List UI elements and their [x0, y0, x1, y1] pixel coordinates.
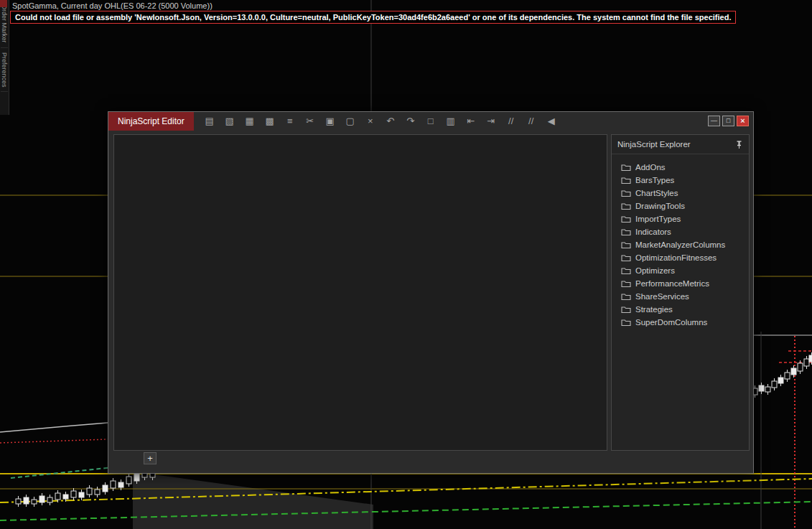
explorer-folder-list: AddOnsBarsTypesChartStylesDrawingToolsIm… — [612, 154, 749, 329]
print-icon[interactable]: ▦ — [243, 114, 257, 128]
corner-marker — [0, 0, 7, 7]
explorer-item-label: ImportTypes — [635, 215, 681, 223]
folder-icon — [621, 215, 631, 223]
compile-icon[interactable]: ▥ — [444, 114, 458, 128]
save-icon[interactable]: ▤ — [202, 114, 217, 128]
folder-icon — [621, 266, 631, 275]
explorer-item-OptimizationFitnesses[interactable]: OptimizationFitnesses — [621, 251, 749, 264]
side-tab-strip: Order MarkerPreferences — [0, 0, 9, 115]
explorer-item-BarsTypes[interactable]: BarsTypes — [621, 174, 749, 187]
cut-icon[interactable]: ✂ — [303, 114, 317, 128]
explorer-item-ShareServices[interactable]: ShareServices — [621, 290, 749, 303]
side-tab-preferences[interactable]: Preferences — [1, 48, 8, 93]
folder-icon — [621, 189, 631, 197]
explorer-item-AddOns[interactable]: AddOns — [621, 161, 749, 174]
explorer-item-Optimizers[interactable]: Optimizers — [621, 264, 749, 277]
explorer-item-label: Optimizers — [635, 266, 675, 275]
window-titlebar[interactable]: NinjaScript Editor ▤▧▦▩≡✂▣▢×↶↷□▥⇤⇥////◀ … — [108, 112, 753, 131]
ninjascript-editor-window: NinjaScript Editor ▤▧▦▩≡✂▣▢×↶↷□▥⇤⇥////◀ … — [108, 111, 754, 474]
explorer-item-label: DrawingTools — [635, 202, 685, 210]
assembly-load-error-banner: Could not load file or assembly 'Newlons… — [10, 11, 736, 24]
explorer-item-DrawingTools[interactable]: DrawingTools — [621, 200, 749, 212]
window-controls: —□× — [708, 116, 749, 126]
explorer-item-label: AddOns — [635, 163, 666, 172]
explorer-item-MarketAnalyzerColumns[interactable]: MarketAnalyzerColumns — [621, 238, 749, 251]
explorer-item-PerformanceMetrics[interactable]: PerformanceMetrics — [621, 277, 749, 290]
folder-icon — [621, 163, 631, 172]
folder-icon — [621, 176, 631, 184]
explorer-item-label: ShareServices — [635, 292, 689, 301]
minimize-button[interactable]: — — [708, 116, 720, 126]
close-button[interactable]: × — [737, 116, 749, 126]
explorer-item-label: ChartStyles — [635, 189, 678, 197]
explorer-title: NinjaScript Explorer — [617, 140, 691, 149]
folder-icon — [621, 305, 631, 314]
explorer-item-label: Indicators — [635, 228, 671, 236]
pin-icon[interactable] — [735, 140, 743, 149]
explorer-item-Indicators[interactable]: Indicators — [621, 225, 749, 238]
folder-icon — [621, 318, 631, 327]
uncomment-icon[interactable]: // — [524, 114, 538, 128]
folder-icon — [621, 292, 631, 301]
explorer-item-Strategies[interactable]: Strategies — [621, 303, 749, 316]
explorer-item-label: OptimizationFitnesses — [635, 253, 717, 262]
explorer-item-label: MarketAnalyzerColumns — [635, 240, 725, 249]
window-title: NinjaScript Editor — [108, 112, 194, 131]
folder-icon — [621, 240, 631, 249]
folder-icon — [621, 279, 631, 288]
paste-icon[interactable]: ▢ — [343, 114, 358, 128]
explorer-item-label: PerformanceMetrics — [635, 279, 709, 288]
copy-icon[interactable]: ▣ — [323, 114, 337, 128]
redo-icon[interactable]: ↷ — [403, 114, 418, 128]
chart-instrument-label: SpotGamma, Current day OHL(ES 06-22 (500… — [12, 1, 213, 10]
explorer-item-ChartStyles[interactable]: ChartStyles — [621, 187, 749, 200]
comment-icon[interactable]: // — [504, 114, 518, 128]
save-as-icon[interactable]: ▧ — [223, 114, 237, 128]
new-tab-button[interactable]: + — [144, 452, 157, 464]
editor-toolbar: ▤▧▦▩≡✂▣▢×↶↷□▥⇤⇥////◀ — [202, 114, 559, 128]
print-preview-icon[interactable]: ▩ — [263, 114, 277, 128]
new-script-icon[interactable]: □ — [424, 114, 438, 128]
folder-icon — [621, 253, 631, 262]
undo-icon[interactable]: ↶ — [383, 114, 398, 128]
folder-icon — [621, 228, 631, 236]
ninjascript-explorer-panel: NinjaScript Explorer AddOnsBarsTypesChar… — [611, 134, 750, 451]
maximize-button[interactable]: □ — [722, 116, 734, 126]
select-all-icon[interactable]: ≡ — [283, 114, 297, 128]
unindent-icon[interactable]: ⇤ — [464, 114, 478, 128]
compile-alert-icon[interactable]: ◀ — [544, 114, 559, 128]
explorer-item-label: Strategies — [635, 305, 673, 314]
explorer-item-label: SuperDomColumns — [635, 318, 707, 327]
explorer-item-label: BarsTypes — [635, 176, 674, 184]
explorer-item-ImportTypes[interactable]: ImportTypes — [621, 212, 749, 225]
code-editor-area[interactable] — [113, 134, 607, 451]
delete-icon[interactable]: × — [363, 114, 378, 128]
folder-icon — [621, 202, 631, 210]
explorer-item-SuperDomColumns[interactable]: SuperDomColumns — [621, 316, 749, 329]
indent-icon[interactable]: ⇥ — [484, 114, 498, 128]
